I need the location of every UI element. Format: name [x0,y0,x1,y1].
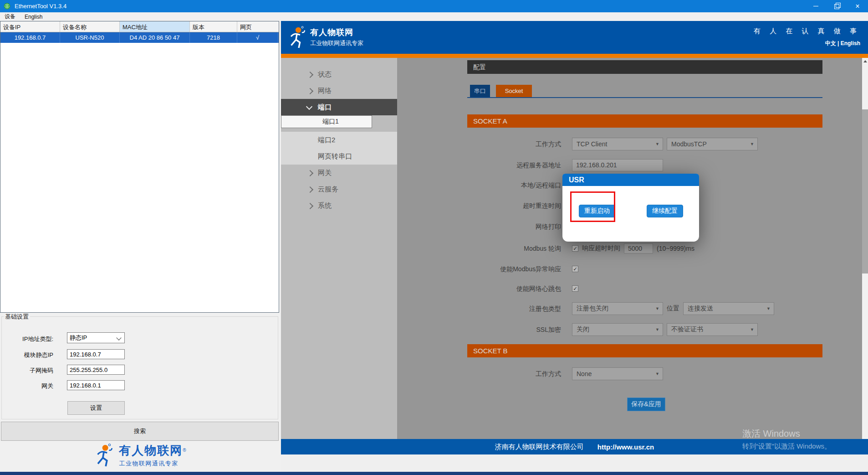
col-device-ip[interactable]: 设备IP [0,21,60,32]
embedded-web-page: 有人物联网 工业物联网通讯专家 有 人 在 认 真 做 事 中文 | Engli… [281,21,868,472]
footer-url[interactable]: http://www.usr.cn [597,443,654,451]
ip-type-select[interactable]: 静态IP [67,332,125,343]
scrollbar-thumb[interactable] [862,109,868,274]
close-icon: × [855,3,859,10]
col-device-name[interactable]: 设备名称 [60,21,120,32]
save-apply-button[interactable]: 保存&应用 [627,398,665,411]
sidebar-item-port1[interactable]: 端口1 [281,115,372,128]
modbus-exception-checkbox[interactable]: ✓ [572,266,578,272]
sidebar-item-network[interactable]: 网络 [281,83,397,99]
remote-server-label: 远程服务器地址 [397,159,561,171]
device-ip: 192.168.0.7 [0,32,60,43]
usr-person-icon [93,444,114,467]
subnet-mask-label: 子网掩码 [0,367,53,375]
local-remote-port-label: 本地/远程端口 [397,179,561,191]
chevron-down-icon [116,335,121,340]
continue-config-button[interactable]: 继续配置 [647,205,683,217]
dialog-title: USR [562,174,699,186]
modbus-poll-label: Modbus 轮询 [397,242,561,255]
dropdown-arrow-icon: ▼ [655,306,659,311]
subnet-mask-field[interactable] [67,365,125,375]
close-button[interactable]: × [847,0,868,12]
window-titlebar: EthernetTool V1.3.4 × [0,0,868,12]
work-mode-label: 工作方式 [397,138,561,150]
device-version: 7218 [190,32,237,43]
basic-settings-title: 基础设置 [4,313,30,321]
usr-logo: 有人物联网® 工业物联网通讯专家 [0,443,280,468]
chevron-right-icon [307,88,313,94]
heartbeat-checkbox[interactable]: ✓ [572,285,578,292]
static-ip-field[interactable] [67,349,125,359]
sidebar-item-gateway[interactable]: 网关 [281,165,397,181]
page-body: 状态 网络 端口 端口1 端口2 网页转串口 网关 [281,58,868,439]
col-webpage[interactable]: 网页 [237,21,278,32]
remote-server-field[interactable] [572,159,663,171]
socket-b-section-bar: SOCKET B [467,344,822,357]
menu-bar: 设备 English [0,12,868,21]
net-print-label: 网络打印 [397,220,561,233]
sidebar-item-port[interactable]: 端口 [281,99,397,115]
sidebar-item-port2[interactable]: 端口2 [281,132,397,148]
static-ip-label: 模块静态IP [0,351,53,359]
usr-slogan-text: 工业物联网通讯专家 [119,460,186,468]
work-mode-protocol-select[interactable]: ModbusTCP ▼ [667,138,758,150]
device-row-selected[interactable]: 192.168.0.7 USR-N520 D4 AD 20 86 50 47 7… [0,32,279,43]
socket-b-work-mode-label: 工作方式 [397,367,561,380]
regpack-position-select[interactable]: 连接发送 ▼ [683,302,774,315]
device-table: 设备IP 设备名称 MAC地址 版本 网页 192.168.0.7 USR-N5… [0,21,279,313]
set-button[interactable]: 设置 [67,401,125,415]
taskbar-edge [0,472,868,475]
device-panel: 设备IP 设备名称 MAC地址 版本 网页 192.168.0.7 USR-N5… [0,21,280,472]
search-button[interactable]: 搜索 [1,422,279,441]
minimize-button[interactable] [805,0,826,12]
tab-serial[interactable]: 串口 [470,85,490,97]
page-footer-margin [281,454,868,472]
response-timeout-label: 响应超时时间 [582,244,620,253]
registered-icon: ® [183,448,186,453]
chevron-right-icon [307,72,313,78]
ssl-select[interactable]: 关闭 ▼ [572,323,663,336]
work-mode-select[interactable]: TCP Client ▼ [572,138,663,150]
tab-underline [467,97,822,98]
restore-icon [834,4,839,9]
dropdown-arrow-icon: ▼ [750,142,754,146]
gateway-label: 网关 [0,382,53,390]
sidebar-item-cloud[interactable]: 云服务 [281,181,397,197]
menu-english[interactable]: English [20,13,47,21]
regpack-type-label: 注册包类型 [397,302,561,315]
ssl-label: SSL加密 [397,323,561,336]
app-icon [4,3,10,10]
sidebar-item-status[interactable]: 状态 [281,66,397,83]
regpack-type-select[interactable]: 注册包关闭 ▼ [572,302,663,315]
annotation-red-box [570,191,615,222]
page-scrollbar[interactable] [862,58,868,439]
col-mac-address[interactable]: MAC地址 [120,21,190,32]
language-switch[interactable]: 中文 | English [825,40,860,47]
sidebar-item-web-to-serial[interactable]: 网页转串口 [281,148,397,165]
scroll-up-icon [863,60,867,62]
col-version[interactable]: 版本 [190,21,237,32]
chevron-down-icon [306,103,312,110]
dropdown-arrow-icon: ▼ [750,327,754,332]
menu-device[interactable]: 设备 [0,12,20,21]
tab-socket[interactable]: Socket [496,85,532,97]
sidebar-item-system[interactable]: 系统 [281,197,397,214]
page-content: 配置 串口 Socket SOCKET A 工作方式 TCP Client ▼ … [397,58,862,439]
reconnect-timeout-label: 超时重连时间 [397,199,561,212]
device-table-header: 设备IP 设备名称 MAC地址 版本 网页 [0,21,279,32]
heartbeat-label: 使能网络心跳包 [397,282,561,295]
usr-person-icon [288,26,306,51]
regpack-position-label: 位置 [667,305,679,313]
header-accent-line [281,54,868,58]
dropdown-arrow-icon: ▼ [655,327,659,332]
ssl-verify-select[interactable]: 不验证证书 ▼ [667,323,758,336]
page-motto: 有 人 在 认 真 做 事 [754,27,860,36]
gateway-field[interactable] [67,380,125,390]
response-timeout-field[interactable] [624,243,653,253]
usr-brand-text: 有人物联网 [119,444,183,457]
response-timeout-hint: (10~9999)ms [657,245,694,252]
socket-b-work-mode-select[interactable]: None ▼ [572,367,663,380]
chevron-right-icon [307,203,313,209]
restore-button[interactable] [826,0,847,12]
modbus-poll-checkbox[interactable]: ✓ [572,245,578,252]
